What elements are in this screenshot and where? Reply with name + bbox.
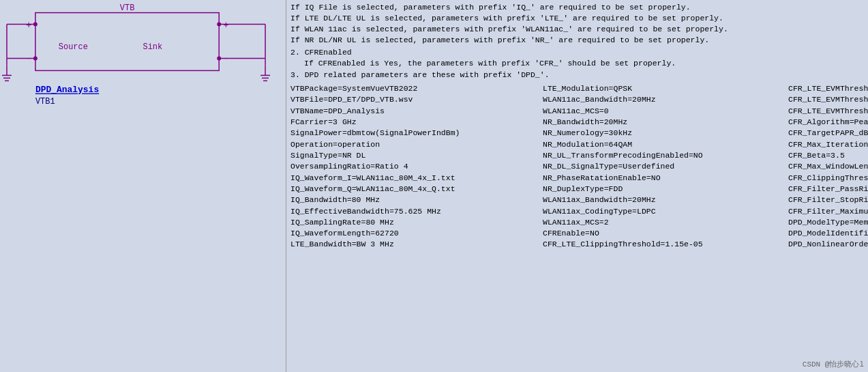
instruction-line1: If IQ File is selected, parameters with …	[290, 2, 864, 13]
param-col-2: LTE_Modulation=QPSK WLAN11ac_Bandwidth=2…	[543, 83, 788, 251]
svg-text:Sink: Sink	[143, 42, 163, 52]
schematic-svg: VTB + - + - Source Sink	[0, 0, 286, 372]
param-item: NR_DL_SignalType=Userdefined	[543, 161, 788, 172]
svg-text:Source: Source	[59, 42, 88, 52]
instruction-line3: If WLAN 11ac is selected, parameters wit…	[290, 24, 864, 35]
param-item: CFR_LTE_EVMThreshold_16QAM=0.1	[788, 94, 868, 105]
param-item: LTE_Bandwidth=BW 3 MHz	[290, 239, 543, 250]
svg-point-26	[33, 23, 38, 27]
item2-label: 2. CFREnabled	[290, 47, 864, 58]
watermark: CSDN @怡步晓心l	[803, 359, 864, 369]
instruction-line2: If LTE DL/LTE UL is selected, parameters…	[290, 13, 864, 24]
param-item: CFR_LTE_EVMThreshold_64QAM=0.1	[788, 106, 868, 117]
param-item: LTE_Modulation=QPSK	[543, 83, 788, 94]
param-item: WLAN11ax_Bandwidth=20MHz	[543, 195, 788, 205]
param-col-3: CFR_LTE_EVMThreshold_QPSK=0.1 CFR_LTE_EV…	[788, 83, 868, 251]
svg-text:DPD_Analysis: DPD_Analysis	[35, 85, 99, 95]
param-item: Operation=operation	[290, 139, 543, 150]
param-item: CFR_Max_IterationNum=12	[788, 139, 868, 150]
param-item: NR_Numerology=30kHz	[543, 128, 788, 139]
params-grid: VTBPackage=SystemVueVTB2022 VTBFile=DPD_…	[290, 83, 864, 251]
param-item: WLAN11ax_CodingType=LDPC	[543, 206, 788, 217]
svg-rect-0	[35, 13, 219, 71]
param-col-1: VTBPackage=SystemVueVTB2022 VTBFile=DPD_…	[290, 83, 543, 251]
instruction-line4: If NR DL/NR UL is selected, parameters w…	[290, 35, 864, 46]
top-instructions: If IQ File is selected, parameters with …	[290, 2, 864, 81]
param-item: IQ_EffectiveBandwidth=75.625 MHz	[290, 206, 543, 217]
param-item: IQ_Waveform_Q=WLAN11ac_80M_4x_Q.txt	[290, 184, 543, 195]
param-item: CFREnable=NO	[543, 228, 788, 239]
svg-text:VTB: VTB	[120, 3, 135, 13]
right-panel: If IQ File is selected, parameters with …	[286, 0, 868, 372]
param-item: SignalType=NR DL	[290, 150, 543, 161]
param-item: WLAN11ax_MCS=2	[543, 217, 788, 228]
param-item: IQ_Bandwidth=80 MHz	[290, 195, 543, 205]
param-item: FCarrier=3 GHz	[290, 117, 543, 128]
param-item: NR_UL_TransformPrecodingEnabled=NO	[543, 150, 788, 161]
svg-text:-: -	[223, 53, 228, 64]
param-item: DPD_ModelIdentificationAlgorithm=LSE usi…	[788, 228, 868, 239]
param-item: NR_Modulation=64QAM	[543, 139, 788, 150]
main-container: VTB + - + - Source Sink	[0, 0, 868, 372]
svg-point-28	[217, 23, 221, 27]
param-item: NR_PhaseRatationEnable=NO	[543, 173, 788, 184]
param-item: WLAN11ac_Bandwidth=20MHz	[543, 94, 788, 105]
svg-text:-: -	[26, 53, 31, 64]
param-item: DPD_ModelType=Memory Polynomial	[788, 217, 868, 228]
param-item: OversamplingRatio=Ratio 4	[290, 161, 543, 172]
param-item: NR_DuplexType=FDD	[543, 184, 788, 195]
param-item: CFR_Max_WindowLength=512	[788, 161, 868, 172]
param-item: WLAN11ac_MCS=0	[543, 106, 788, 117]
param-item: VTBFile=DPD_ET/DPD_VTB.wsv	[290, 94, 543, 105]
param-item: CFR_Algorithm=Peak Windowing	[788, 117, 868, 128]
param-item: VTBPackage=SystemVueVTB2022	[290, 83, 543, 94]
schematic-panel: VTB + - + - Source Sink	[0, 0, 286, 372]
param-item: IQ_SamplingRate=80 MHz	[290, 217, 543, 228]
param-item: IQ_Waveform_I=WLAN11ac_80M_4x_I.txt	[290, 173, 543, 184]
param-item: CFR_Filter_MaximumOrder=1300	[788, 206, 868, 217]
param-item: CFR_ClippingThreshold=2	[788, 173, 868, 184]
svg-point-27	[33, 56, 38, 60]
param-item: VTBName=DPD_Analysis	[290, 106, 543, 117]
param-item: NR_Bandwidth=20MHz	[543, 117, 788, 128]
svg-point-29	[217, 56, 221, 60]
param-item: CFR_LTE_EVMThreshold_QPSK=0.1	[788, 83, 868, 94]
item3-label: 3. DPD related parameters are these with…	[290, 70, 864, 81]
param-item: SignalPower=dbmtow(SignalPowerIndBm)	[290, 128, 543, 139]
param-item: CFR_Beta=3.5	[788, 150, 868, 161]
param-item: CFR_Filter_PassRipple=0.1	[788, 184, 868, 195]
param-item: CFR_Filter_StopRipple=70	[788, 195, 868, 205]
item2-text: If CFREnabled is Yes, the parameters wit…	[290, 58, 864, 69]
param-item: CFR_TargetPAPR_dB=6.5	[788, 128, 868, 139]
svg-text:VTB1: VTB1	[35, 97, 55, 106]
param-item: CFR_LTE_ClippingThreshold=1.15e-05	[543, 239, 788, 250]
svg-text:+: +	[223, 20, 228, 31]
param-item: DPD_NonlinearOrder=7	[788, 239, 868, 250]
param-item: IQ_WaveformLength=62720	[290, 228, 543, 239]
svg-text:+: +	[26, 20, 31, 31]
